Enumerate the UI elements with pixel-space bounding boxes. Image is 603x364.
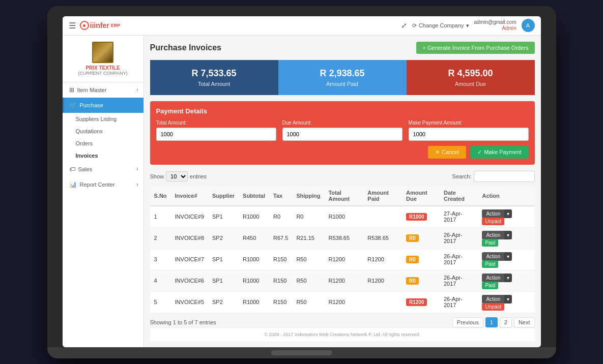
make-payment-field-label: Make Payment Amount: <box>409 120 529 126</box>
table-body: 1 INVOICE#9 SP1 R1000 R0 R0 R1000 R1000 … <box>150 206 535 313</box>
company-section: PRIX TEXTILE (CURRENT COMPANY) <box>63 36 143 82</box>
cell-date: 26-Apr-2017 <box>440 270 478 291</box>
sidebar-item-item-master[interactable]: ⊞ Item Master › <box>63 82 143 98</box>
page-2-btn[interactable]: 2 <box>500 317 512 327</box>
chevron-right-icon-report: › <box>136 181 138 187</box>
search-input[interactable] <box>474 171 535 182</box>
sidebar-item-report-center[interactable]: 📊 Report Center › <box>63 177 143 192</box>
make-payment-button[interactable]: ✓ Make Payment <box>470 146 528 159</box>
cell-action: Action ▾ Paid <box>478 227 534 249</box>
col-action: Action <box>478 186 534 206</box>
footer: © 2009 - 2017 Indoreators Web Creations … <box>150 327 535 341</box>
show-label: Show <box>150 173 164 179</box>
sidebar-item-label-report: Report Center <box>80 181 115 188</box>
cell-tax: R150 <box>269 291 292 313</box>
stats-row: R 7,533.65 Total Amount R 2,938.65 Amoun… <box>150 60 535 95</box>
col-sno: S.No <box>150 186 171 206</box>
col-supplier: Supplier <box>208 186 239 206</box>
cell-supplier: SP1 <box>208 206 239 228</box>
cell-date: 26-Apr-2017 <box>440 291 478 313</box>
page-1-btn[interactable]: 1 <box>485 317 498 327</box>
total-amount-input[interactable] <box>156 128 276 141</box>
col-date: Date Created <box>440 186 478 206</box>
pagination: Previous 1 2 Next <box>452 317 535 327</box>
cell-due: R1000 <box>402 206 440 228</box>
action-btn[interactable]: Action <box>482 231 504 239</box>
due-amount-input[interactable] <box>282 128 403 141</box>
avatar[interactable]: A <box>522 19 535 32</box>
admin-info: admin@gmail.com Admin <box>474 19 516 32</box>
action-group: Action ▾ <box>482 209 512 218</box>
due-badge: R1200 <box>406 298 427 306</box>
action-dropdown-btn[interactable]: ▾ <box>504 252 512 261</box>
action-dropdown-btn[interactable]: ▾ <box>504 295 512 304</box>
paid-amount-label: Amount Paid <box>286 81 398 87</box>
cell-date: 27-Apr-2017 <box>440 206 478 228</box>
cell-sno: 4 <box>150 270 171 291</box>
sidebar-subitem-invoices[interactable]: Invoices <box>63 149 143 162</box>
cell-date: 26-Apr-2017 <box>440 227 478 249</box>
table-head: S.No Invoice# Supplier Subtotal Tax Ship… <box>150 186 535 206</box>
invoices-table: S.No Invoice# Supplier Subtotal Tax Ship… <box>150 186 535 313</box>
cell-subtotal: R450 <box>239 227 269 249</box>
action-btn[interactable]: Action <box>482 295 504 304</box>
stat-amount-paid: R 2,938.65 Amount Paid <box>278 60 407 95</box>
sidebar-item-purchase[interactable]: 🛒 Purchase <box>63 98 143 113</box>
sidebar-item-label-purchase: Purchase <box>80 102 103 108</box>
status-badge: Paid <box>482 260 498 268</box>
action-dropdown-btn[interactable]: ▾ <box>504 231 512 239</box>
sidebar-item-sales[interactable]: 🏷 Sales › <box>63 162 143 177</box>
invoices-label: Invoices <box>76 153 98 159</box>
prev-page-btn[interactable]: Previous <box>452 317 483 327</box>
sidebar: PRIX TEXTILE (CURRENT COMPANY) ⊞ Item Ma… <box>63 36 144 347</box>
purchase-icon: 🛒 <box>69 102 77 109</box>
cell-shipping: R50 <box>292 249 324 270</box>
sidebar-subitem-orders[interactable]: Orders <box>63 137 143 149</box>
make-payment-input[interactable] <box>409 128 529 141</box>
cell-sno: 3 <box>150 249 171 270</box>
item-master-icon: ⊞ <box>69 86 74 94</box>
sales-icon: 🏷 <box>69 166 75 173</box>
laptop-notch <box>271 350 332 355</box>
next-page-btn[interactable]: Next <box>514 317 535 327</box>
entries-select[interactable]: 10 25 50 <box>166 171 188 181</box>
action-group: Action ▾ <box>482 274 512 282</box>
cell-due: R0 <box>402 249 440 270</box>
action-btn[interactable]: Action <box>482 252 504 261</box>
cancel-button[interactable]: ✕ Cancel <box>428 146 466 159</box>
action-btn[interactable]: Action <box>482 209 504 218</box>
change-company-btn[interactable]: ⟳ Change Company ▾ <box>412 22 469 29</box>
chevron-right-icon: › <box>136 87 138 93</box>
action-dropdown-btn[interactable]: ▾ <box>504 209 512 218</box>
sidebar-subitem-quotations[interactable]: Quotations <box>63 125 143 137</box>
cell-total: R1200 <box>324 291 363 313</box>
action-group: Action ▾ <box>482 231 512 239</box>
action-group: Action ▾ <box>482 295 512 304</box>
table-row: 2 INVOICE#8 SP2 R450 R67.5 R21.15 R538.6… <box>150 227 535 249</box>
cell-action: Action ▾ Paid <box>478 249 534 270</box>
table-row: 5 INVOICE#5 SP2 R1000 R150 R50 R1200 R12… <box>150 291 535 313</box>
cell-paid <box>363 291 402 313</box>
action-btn[interactable]: Action <box>482 274 504 282</box>
report-icon: 📊 <box>69 181 77 188</box>
cell-supplier: SP1 <box>208 270 239 291</box>
top-bar: ☰ iiinfer ERP ⤢ ⟳ Change Company ▾ <box>63 16 541 36</box>
logo-text: iiinfer <box>90 21 109 29</box>
cell-invoice: INVOICE#8 <box>171 227 208 249</box>
expand-icon[interactable]: ⤢ <box>401 21 407 29</box>
col-due: Amount Due <box>402 186 440 206</box>
generate-invoice-button[interactable]: + Generate Invoice From Purchase Orders <box>416 42 534 54</box>
hamburger-icon[interactable]: ☰ <box>69 21 76 31</box>
cell-shipping: R0 <box>292 206 324 228</box>
cell-invoice: INVOICE#9 <box>171 206 208 228</box>
search-label: Search: <box>452 173 472 179</box>
cell-sno: 1 <box>150 206 171 228</box>
action-dropdown-btn[interactable]: ▾ <box>504 274 512 282</box>
due-badge: R0 <box>406 234 419 242</box>
entries-label: entries <box>190 173 207 179</box>
sidebar-subitem-suppliers[interactable]: Suppliers Listing <box>63 113 143 125</box>
total-amount-label: Total Amount <box>158 81 270 87</box>
due-badge: R0 <box>406 277 419 285</box>
chevron-down-icon: ▾ <box>466 22 469 29</box>
make-payment-field: Make Payment Amount: <box>409 120 529 141</box>
